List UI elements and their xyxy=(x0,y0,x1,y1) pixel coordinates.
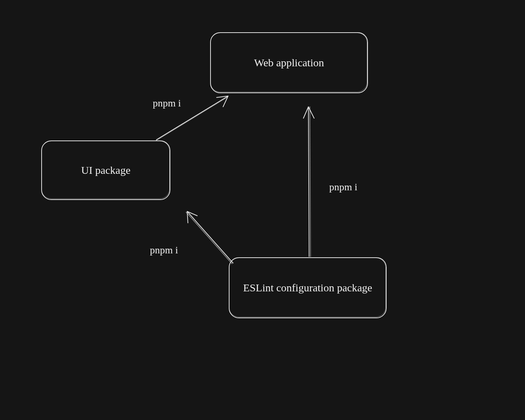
node-label: ESLint configuration package xyxy=(243,280,372,295)
arrow-eslint-to-ui xyxy=(186,211,233,264)
svg-line-7 xyxy=(187,211,197,216)
node-label: Web application xyxy=(254,55,324,70)
svg-line-9 xyxy=(310,107,311,257)
node-ui-package: UI package xyxy=(41,140,170,200)
edge-label-eslint-to-web: pnpm i xyxy=(329,181,358,193)
svg-line-5 xyxy=(186,212,232,264)
node-eslint-configuration-package: ESLint configuration package xyxy=(229,257,387,318)
svg-line-3 xyxy=(223,96,228,107)
svg-line-4 xyxy=(187,211,233,263)
edge-label-eslint-to-ui: pnpm i xyxy=(150,244,178,256)
node-label: UI package xyxy=(81,163,130,178)
arrow-eslint-to-web xyxy=(303,107,314,257)
diagram-canvas: Web application UI package ESLint config… xyxy=(0,0,525,420)
svg-line-8 xyxy=(308,107,309,257)
svg-line-10 xyxy=(303,107,308,118)
node-web-application: Web application xyxy=(210,32,368,93)
svg-line-6 xyxy=(187,211,188,223)
svg-line-2 xyxy=(217,96,228,97)
edge-label-ui-to-web: pnpm i xyxy=(153,97,181,109)
svg-line-11 xyxy=(308,107,314,118)
